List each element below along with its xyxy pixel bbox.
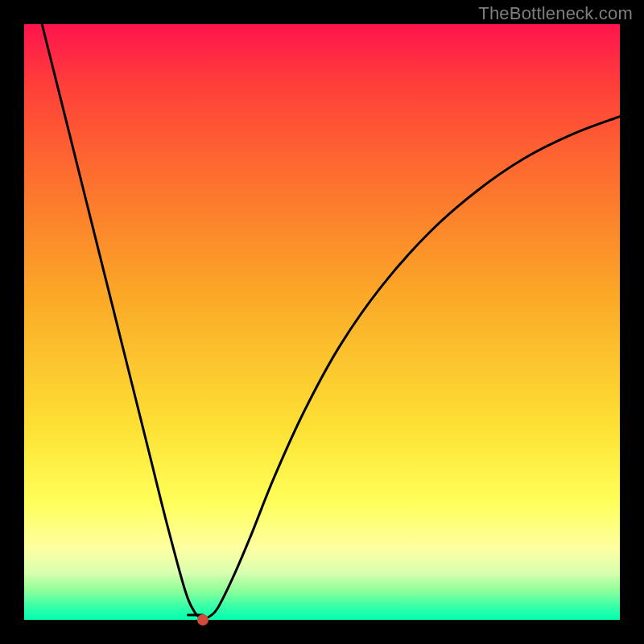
minimum-marker <box>197 614 208 625</box>
chart-stage: TheBottleneck.com <box>0 0 644 644</box>
right-branch-path <box>203 117 620 620</box>
watermark-text: TheBottleneck.com <box>478 3 633 24</box>
curve-svg <box>24 24 620 620</box>
left-branch-path <box>42 24 203 620</box>
plot-area <box>24 24 620 620</box>
